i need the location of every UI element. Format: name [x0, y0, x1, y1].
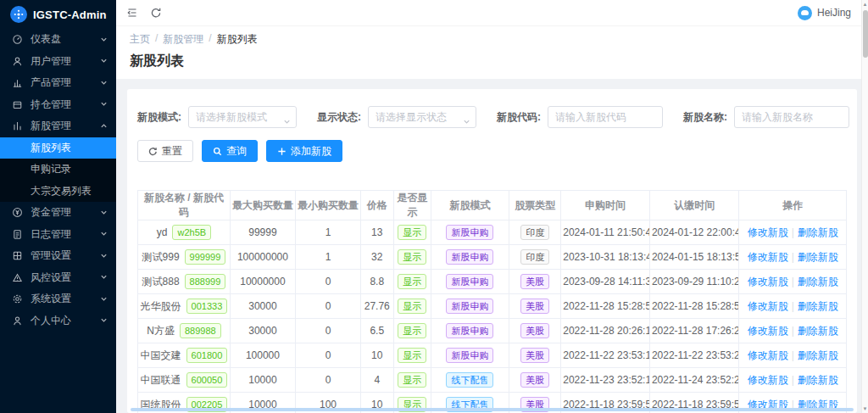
type-tag: 印度 — [520, 249, 549, 265]
breadcrumb-section: 主页 / 新股管理 / 新股列表 新股列表 — [116, 25, 868, 79]
collapse-menu-icon[interactable] — [126, 6, 140, 20]
delete-stock-link[interactable]: 删除新股 — [798, 251, 838, 263]
type-tag: 美股 — [520, 372, 549, 388]
cell-mode: 新股申购 — [431, 245, 509, 270]
sidebar-item-risk-settings[interactable]: 风控设置 — [0, 267, 116, 289]
filter-mode-label: 新股模式: — [137, 110, 181, 125]
stock-code-tag: w2h5B — [172, 225, 211, 240]
sidebar-item-positions[interactable]: 持仓管理 — [0, 94, 116, 116]
edit-stock-link[interactable]: 修改新股 — [748, 276, 788, 287]
cell-name: 测试888888999 — [138, 270, 231, 294]
column-header-display: 是否显示 — [393, 191, 431, 220]
filter-mode: 新股模式: — [137, 106, 297, 128]
cell-pay_time: 2024-01-12 22:00:45 — [649, 220, 739, 245]
mode-select[interactable] — [188, 106, 297, 128]
topbar: HeiJing — [116, 0, 868, 25]
stock-code-tag: 601800 — [186, 348, 228, 363]
breadcrumb: 主页 / 新股管理 / 新股列表 — [130, 32, 854, 47]
sidebar-item-new-stock-list[interactable]: 新股列表 — [0, 137, 116, 159]
display-status-tag: 显示 — [398, 348, 426, 363]
sidebar-item-block-trade-list[interactable]: 大宗交易列表 — [0, 181, 116, 203]
risk-icon — [12, 271, 24, 283]
action-divider: | — [792, 300, 794, 312]
edit-stock-link[interactable]: 修改新股 — [748, 349, 788, 361]
chevron-down-icon — [100, 315, 108, 326]
scrollbar-thumb[interactable] — [863, 10, 868, 58]
stock-table: 新股名称 / 新股代码最大购买数量最小购买数量价格是否显示新股模式股票类型申购时… — [137, 190, 847, 413]
delete-stock-link[interactable]: 删除新股 — [798, 300, 838, 312]
scroll-down-arrow-icon[interactable]: ▼ — [863, 405, 868, 413]
action-divider: | — [792, 349, 794, 361]
sidebar-item-admin-settings[interactable]: 管理设置 — [0, 245, 116, 267]
cell-mode: 新股申购 — [431, 270, 509, 294]
edit-stock-link[interactable]: 修改新股 — [748, 325, 788, 337]
add-stock-button[interactable]: 添加新股 — [266, 140, 342, 162]
profile-icon — [12, 315, 24, 326]
cell-type: 印度 — [509, 220, 561, 245]
sidebar-item-logs[interactable]: 日志管理 — [0, 224, 116, 246]
mode-tag: 新股申购 — [446, 225, 493, 240]
table-row: 光华股份00133330000027.76显示新股申购美股2022-11-28 … — [138, 294, 847, 319]
type-tag: 美股 — [520, 323, 549, 338]
sidebar-item-funds[interactable]: 资金管理 — [0, 202, 116, 224]
edit-stock-link[interactable]: 修改新股 — [748, 226, 788, 238]
logo[interactable]: IGSTC-Admin — [0, 0, 116, 29]
delete-stock-link[interactable]: 删除新股 — [798, 325, 838, 337]
search-button[interactable]: 查询 — [202, 140, 258, 162]
breadcrumb-home[interactable]: 主页 — [130, 32, 150, 47]
list-card: 新股模式: 显示状态: 新股代码: — [127, 89, 857, 413]
display-status-select[interactable] — [368, 106, 476, 128]
chevron-down-icon — [100, 207, 108, 219]
sidebar-item-users[interactable]: 用户管理 — [0, 51, 116, 73]
cell-price: 32 — [361, 245, 394, 270]
table-row: ydw2h5B99999113显示新股申购印度2024-01-11 21:50:… — [138, 220, 847, 245]
sidebar-item-subscription-records[interactable]: 申购记录 — [0, 159, 116, 181]
delete-stock-link[interactable]: 删除新股 — [798, 226, 838, 238]
delete-stock-link[interactable]: 删除新股 — [798, 276, 838, 287]
cell-min_buy: 0 — [295, 368, 360, 393]
column-header-mode: 新股模式 — [431, 191, 509, 220]
edit-stock-link[interactable]: 修改新股 — [748, 374, 788, 386]
chevron-down-icon — [100, 55, 108, 67]
sidebar-item-label: 持仓管理 — [31, 98, 100, 112]
app-root: IGSTC-Admin 仪表盘 用户管理 产品管理 持仓管理 — [0, 0, 868, 413]
chevron-down-icon — [100, 271, 108, 283]
cell-name: 中国交建601800 — [138, 343, 231, 368]
type-tag: 美股 — [520, 299, 549, 314]
filter-display-label: 显示状态: — [317, 110, 361, 125]
table-row: N方盛8899883000006.5显示新股申购美股2022-11-28 20:… — [138, 319, 847, 343]
stock-code-input[interactable] — [548, 106, 663, 128]
cell-buy_time: 2022-11-22 23:53:19 — [561, 343, 650, 368]
cell-price: 10 — [361, 343, 394, 368]
reset-icon — [148, 147, 158, 156]
table-row: 测试999999999100000000132显示新股申购印度2023-10-3… — [138, 245, 847, 270]
breadcrumb-new-stock-mgmt[interactable]: 新股管理 — [163, 32, 203, 47]
vertical-scrollbar[interactable]: ▲ ▼ — [861, 0, 868, 413]
stock-name-input[interactable] — [734, 106, 849, 128]
sidebar-item-dashboard[interactable]: 仪表盘 — [0, 29, 116, 51]
horizontal-scrollbar[interactable] — [131, 408, 854, 411]
edit-stock-link[interactable]: 修改新股 — [748, 251, 788, 263]
sidebar-item-new-stock[interactable]: 新股管理 — [0, 115, 116, 137]
refresh-icon[interactable] — [150, 6, 164, 20]
display-status-tag: 显示 — [398, 299, 426, 314]
sidebar-item-system-settings[interactable]: 系统设置 — [0, 288, 116, 310]
delete-stock-link[interactable]: 删除新股 — [798, 374, 838, 386]
sidebar-item-profile[interactable]: 个人中心 — [0, 310, 116, 332]
funds-icon — [12, 207, 24, 219]
edit-stock-link[interactable]: 修改新股 — [748, 300, 788, 312]
delete-stock-link[interactable]: 删除新股 — [798, 349, 838, 361]
sidebar-item-products[interactable]: 产品管理 — [0, 72, 116, 94]
breadcrumb-separator: / — [209, 32, 211, 47]
user-menu[interactable]: HeiJing — [798, 6, 851, 20]
cell-pay_time: 2022-11-22 23:53:23 — [649, 343, 739, 368]
chevron-up-icon — [100, 120, 108, 132]
admin-settings-icon — [12, 250, 24, 262]
content-area: 新股模式: 显示状态: 新股代码: — [116, 79, 868, 413]
page-title: 新股列表 — [130, 53, 854, 70]
reset-button[interactable]: 重置 — [137, 140, 193, 162]
cell-mode: 新股申购 — [431, 343, 509, 368]
toolbar: 重置 查询 添加新股 — [137, 140, 847, 162]
main-area: HeiJing 主页 / 新股管理 / 新股列表 新股列表 新股模式: — [116, 0, 868, 413]
scroll-up-arrow-icon[interactable]: ▲ — [863, 0, 868, 8]
